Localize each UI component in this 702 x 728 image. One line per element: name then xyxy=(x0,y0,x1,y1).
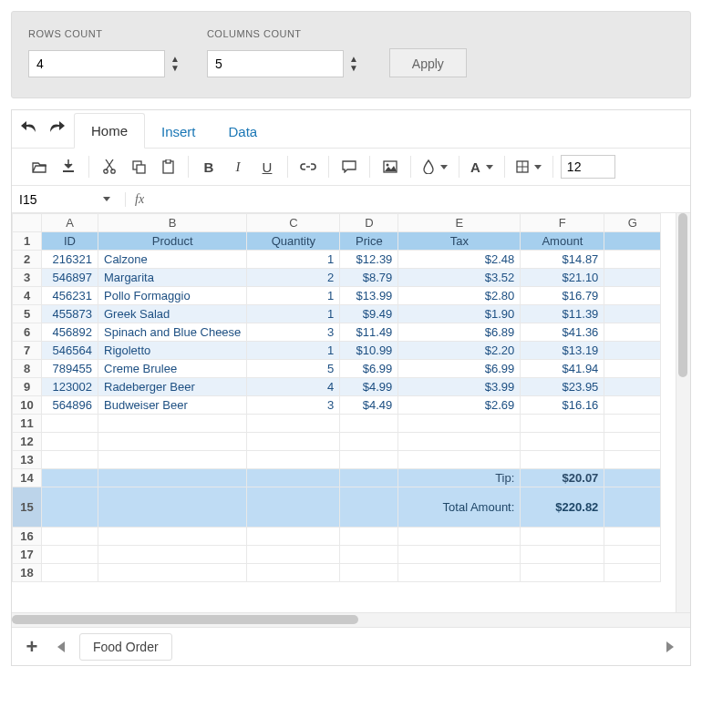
underline-icon[interactable]: U xyxy=(254,154,280,179)
cell[interactable] xyxy=(604,564,661,582)
sheet-tab[interactable]: Food Order xyxy=(79,633,172,661)
row-header[interactable]: 9 xyxy=(13,378,42,396)
row-header[interactable]: 5 xyxy=(13,305,42,323)
row-header[interactable]: 12 xyxy=(13,433,42,451)
image-icon[interactable] xyxy=(377,154,403,179)
spreadsheet-grid[interactable]: A B C D E F G 1 ID Product Quantity Pric… xyxy=(12,213,661,582)
row-header[interactable]: 11 xyxy=(13,415,42,433)
cell[interactable] xyxy=(521,415,604,433)
col-header-e[interactable]: E xyxy=(398,214,521,232)
cell[interactable] xyxy=(98,415,247,433)
cell[interactable]: Spinach and Blue Cheese xyxy=(98,323,247,342)
row-header[interactable]: 13 xyxy=(13,451,42,469)
cell[interactable] xyxy=(521,564,604,582)
cell[interactable]: 5 xyxy=(247,360,340,378)
cut-icon[interactable] xyxy=(97,154,122,179)
tip-value-cell[interactable]: $20.07 xyxy=(521,469,604,487)
horizontal-scrollbar[interactable] xyxy=(12,612,690,627)
cell[interactable]: 456231 xyxy=(42,287,98,305)
undo-icon[interactable] xyxy=(21,121,37,137)
row-header[interactable]: 18 xyxy=(13,564,42,582)
cell[interactable]: 546897 xyxy=(42,269,98,287)
cell[interactable] xyxy=(521,451,604,469)
cell[interactable]: $2.80 xyxy=(398,287,521,305)
rows-count-input[interactable] xyxy=(28,50,165,77)
cell[interactable]: 4 xyxy=(247,378,340,396)
table-header-quantity[interactable]: Quantity xyxy=(247,232,340,251)
cell[interactable] xyxy=(604,487,661,528)
cell[interactable]: 1 xyxy=(247,305,340,323)
cell[interactable]: 1 xyxy=(247,287,340,305)
col-header-b[interactable]: B xyxy=(98,214,247,232)
cell[interactable]: $3.52 xyxy=(398,269,521,287)
cell[interactable]: 455873 xyxy=(42,305,98,323)
cell[interactable] xyxy=(42,469,98,487)
cell[interactable] xyxy=(398,433,521,451)
cell[interactable] xyxy=(42,564,98,582)
apply-button[interactable]: Apply xyxy=(389,48,467,77)
cell[interactable] xyxy=(604,342,661,360)
cell[interactable]: Radeberger Beer xyxy=(98,378,247,396)
cell[interactable] xyxy=(340,451,398,469)
name-box-dropdown-icon[interactable] xyxy=(103,197,110,201)
cell[interactable] xyxy=(247,433,340,451)
cell[interactable]: 123002 xyxy=(42,378,98,396)
cell[interactable] xyxy=(604,251,661,269)
cell[interactable] xyxy=(340,564,398,582)
cell[interactable]: Creme Brulee xyxy=(98,360,247,378)
comment-icon[interactable] xyxy=(336,154,362,179)
cell[interactable]: 2 xyxy=(247,269,340,287)
cell[interactable] xyxy=(42,451,98,469)
cell[interactable] xyxy=(398,415,521,433)
cell[interactable] xyxy=(604,528,661,546)
cell[interactable]: 1 xyxy=(247,342,340,360)
cell[interactable] xyxy=(604,323,661,342)
font-size-input[interactable] xyxy=(561,155,615,179)
open-icon[interactable] xyxy=(26,154,52,179)
cell[interactable] xyxy=(521,546,604,564)
cell[interactable]: $2.48 xyxy=(398,251,521,269)
row-header[interactable]: 2 xyxy=(13,251,42,269)
cell[interactable] xyxy=(604,378,661,396)
cell[interactable] xyxy=(98,487,247,528)
col-header-a[interactable]: A xyxy=(42,214,98,232)
ribbon-tab-home[interactable]: Home xyxy=(74,113,145,149)
cell[interactable] xyxy=(98,528,247,546)
cell[interactable] xyxy=(340,546,398,564)
cell[interactable]: Budweiser Beer xyxy=(98,396,247,415)
cell[interactable]: 546564 xyxy=(42,342,98,360)
cell[interactable]: $41.36 xyxy=(521,323,604,342)
cell[interactable]: $4.49 xyxy=(340,396,398,415)
rows-spinner-down-icon[interactable]: ▼ xyxy=(169,64,181,73)
italic-icon[interactable]: I xyxy=(225,154,251,179)
cell[interactable]: 789455 xyxy=(42,360,98,378)
table-header-amount[interactable]: Amount xyxy=(521,232,604,251)
table-header-id[interactable]: ID xyxy=(42,232,98,251)
cell[interactable] xyxy=(340,433,398,451)
cell[interactable]: Rigoletto xyxy=(98,342,247,360)
table-header-price[interactable]: Price xyxy=(340,232,398,251)
bold-icon[interactable]: B xyxy=(196,154,222,179)
cell[interactable]: $13.99 xyxy=(340,287,398,305)
cell[interactable] xyxy=(42,528,98,546)
row-header[interactable]: 4 xyxy=(13,287,42,305)
vertical-scrollbar[interactable] xyxy=(676,213,690,612)
cols-count-input[interactable] xyxy=(207,50,344,77)
ribbon-tab-insert[interactable]: Insert xyxy=(145,115,212,149)
cell[interactable]: $4.99 xyxy=(340,378,398,396)
cell[interactable]: $41.94 xyxy=(521,360,604,378)
cell[interactable]: 216321 xyxy=(42,251,98,269)
cell[interactable] xyxy=(604,232,661,251)
borders-dropdown[interactable] xyxy=(512,154,545,179)
grid-corner[interactable] xyxy=(13,214,42,232)
ribbon-tab-data[interactable]: Data xyxy=(212,115,274,149)
row-header[interactable]: 17 xyxy=(13,546,42,564)
cell[interactable] xyxy=(247,546,340,564)
row-header[interactable]: 6 xyxy=(13,323,42,342)
row-header[interactable]: 16 xyxy=(13,528,42,546)
prev-sheet-button[interactable] xyxy=(50,636,72,658)
cell[interactable]: 564896 xyxy=(42,396,98,415)
table-header-tax[interactable]: Tax xyxy=(398,232,521,251)
cell[interactable] xyxy=(398,546,521,564)
cell[interactable] xyxy=(604,433,661,451)
